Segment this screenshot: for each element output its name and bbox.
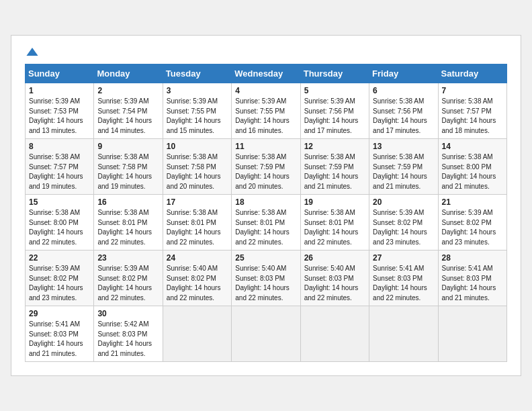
day-cell: 17 Sunrise: 5:38 AMSunset: 8:01 PMDaylig… bbox=[163, 195, 231, 250]
day-cell: 21 Sunrise: 5:39 AMSunset: 8:02 PMDaylig… bbox=[438, 195, 506, 250]
day-number: 20 bbox=[373, 197, 434, 207]
cell-info: Sunrise: 5:38 AMSunset: 8:01 PMDaylight:… bbox=[235, 208, 296, 247]
day-number: 11 bbox=[235, 142, 296, 151]
header bbox=[25, 46, 507, 56]
cell-info: Sunrise: 5:40 AMSunset: 8:02 PMDaylight:… bbox=[167, 264, 228, 303]
day-number: 15 bbox=[29, 197, 90, 207]
day-cell: 9 Sunrise: 5:38 AMSunset: 7:58 PMDayligh… bbox=[94, 139, 163, 195]
day-header-friday: Friday bbox=[369, 64, 438, 83]
week-row-4: 22 Sunrise: 5:39 AMSunset: 8:02 PMDaylig… bbox=[26, 250, 507, 306]
day-number: 17 bbox=[167, 197, 228, 207]
day-cell: 18 Sunrise: 5:38 AMSunset: 8:01 PMDaylig… bbox=[232, 195, 300, 250]
day-cell: 14 Sunrise: 5:38 AMSunset: 8:00 PMDaylig… bbox=[438, 139, 506, 195]
day-cell: 3 Sunrise: 5:39 AMSunset: 7:55 PMDayligh… bbox=[163, 83, 231, 139]
day-number: 10 bbox=[167, 142, 228, 151]
day-header-tuesday: Tuesday bbox=[163, 64, 231, 83]
cell-info: Sunrise: 5:38 AMSunset: 8:01 PMDaylight:… bbox=[97, 208, 159, 247]
cell-info: Sunrise: 5:38 AMSunset: 7:59 PMDaylight:… bbox=[373, 152, 434, 191]
day-number: 2 bbox=[97, 86, 159, 95]
week-row-3: 15 Sunrise: 5:38 AMSunset: 8:00 PMDaylig… bbox=[26, 195, 507, 250]
day-number: 6 bbox=[373, 86, 434, 95]
day-cell: 27 Sunrise: 5:41 AMSunset: 8:03 PMDaylig… bbox=[369, 250, 438, 306]
day-number: 24 bbox=[167, 253, 228, 263]
day-cell: 15 Sunrise: 5:38 AMSunset: 8:00 PMDaylig… bbox=[26, 195, 94, 250]
day-number: 19 bbox=[304, 197, 365, 207]
day-cell bbox=[438, 306, 506, 362]
day-header-sunday: Sunday bbox=[26, 64, 94, 83]
cell-info: Sunrise: 5:40 AMSunset: 8:03 PMDaylight:… bbox=[304, 264, 365, 303]
day-number: 30 bbox=[97, 309, 159, 318]
cell-info: Sunrise: 5:38 AMSunset: 7:57 PMDaylight:… bbox=[29, 152, 90, 191]
day-number: 1 bbox=[29, 86, 90, 95]
day-number: 5 bbox=[304, 86, 365, 95]
day-cell: 2 Sunrise: 5:39 AMSunset: 7:54 PMDayligh… bbox=[94, 83, 163, 139]
cell-info: Sunrise: 5:39 AMSunset: 8:02 PMDaylight:… bbox=[442, 208, 503, 247]
day-number: 22 bbox=[29, 253, 90, 263]
day-cell: 10 Sunrise: 5:38 AMSunset: 7:58 PMDaylig… bbox=[163, 139, 231, 195]
day-number: 12 bbox=[304, 142, 365, 151]
day-header-wednesday: Wednesday bbox=[232, 64, 300, 83]
day-header-monday: Monday bbox=[94, 64, 163, 83]
cell-info: Sunrise: 5:38 AMSunset: 7:59 PMDaylight:… bbox=[304, 152, 365, 191]
cell-info: Sunrise: 5:41 AMSunset: 8:03 PMDaylight:… bbox=[29, 320, 90, 359]
day-number: 18 bbox=[235, 197, 296, 207]
day-number: 25 bbox=[235, 253, 296, 263]
cell-info: Sunrise: 5:38 AMSunset: 7:56 PMDaylight:… bbox=[373, 97, 434, 136]
day-number: 23 bbox=[97, 253, 159, 263]
cell-info: Sunrise: 5:39 AMSunset: 7:55 PMDaylight:… bbox=[235, 97, 296, 136]
day-cell: 20 Sunrise: 5:39 AMSunset: 8:02 PMDaylig… bbox=[369, 195, 438, 250]
day-header-row: SundayMondayTuesdayWednesdayThursdayFrid… bbox=[26, 64, 507, 83]
svg-marker-0 bbox=[26, 48, 38, 56]
logo bbox=[25, 46, 38, 56]
day-cell: 26 Sunrise: 5:40 AMSunset: 8:03 PMDaylig… bbox=[300, 250, 369, 306]
day-cell: 11 Sunrise: 5:38 AMSunset: 7:59 PMDaylig… bbox=[232, 139, 300, 195]
day-number: 28 bbox=[442, 253, 503, 263]
calendar-wrapper: SundayMondayTuesdayWednesdayThursdayFrid… bbox=[11, 35, 521, 376]
cell-info: Sunrise: 5:38 AMSunset: 8:00 PMDaylight:… bbox=[29, 208, 90, 247]
cell-info: Sunrise: 5:38 AMSunset: 7:58 PMDaylight:… bbox=[97, 152, 159, 191]
day-cell bbox=[232, 306, 300, 362]
day-cell: 24 Sunrise: 5:40 AMSunset: 8:02 PMDaylig… bbox=[163, 250, 231, 306]
day-number: 4 bbox=[235, 86, 296, 95]
day-cell: 7 Sunrise: 5:38 AMSunset: 7:57 PMDayligh… bbox=[438, 83, 506, 139]
cell-info: Sunrise: 5:38 AMSunset: 7:57 PMDaylight:… bbox=[442, 97, 503, 136]
week-row-1: 1 Sunrise: 5:39 AMSunset: 7:53 PMDayligh… bbox=[26, 83, 507, 139]
day-number: 16 bbox=[97, 197, 159, 207]
day-cell: 28 Sunrise: 5:41 AMSunset: 8:03 PMDaylig… bbox=[438, 250, 506, 306]
day-cell: 8 Sunrise: 5:38 AMSunset: 7:57 PMDayligh… bbox=[26, 139, 94, 195]
cell-info: Sunrise: 5:42 AMSunset: 8:03 PMDaylight:… bbox=[97, 320, 159, 359]
day-header-thursday: Thursday bbox=[300, 64, 369, 83]
day-number: 3 bbox=[167, 86, 228, 95]
day-cell bbox=[163, 306, 231, 362]
cell-info: Sunrise: 5:41 AMSunset: 8:03 PMDaylight:… bbox=[373, 264, 434, 303]
cell-info: Sunrise: 5:39 AMSunset: 8:02 PMDaylight:… bbox=[29, 264, 90, 303]
day-cell: 16 Sunrise: 5:38 AMSunset: 8:01 PMDaylig… bbox=[94, 195, 163, 250]
day-cell: 5 Sunrise: 5:39 AMSunset: 7:56 PMDayligh… bbox=[300, 83, 369, 139]
day-cell: 22 Sunrise: 5:39 AMSunset: 8:02 PMDaylig… bbox=[26, 250, 94, 306]
day-number: 14 bbox=[442, 142, 503, 151]
cell-info: Sunrise: 5:38 AMSunset: 7:59 PMDaylight:… bbox=[235, 152, 296, 191]
week-row-5: 29 Sunrise: 5:41 AMSunset: 8:03 PMDaylig… bbox=[26, 306, 507, 362]
cell-info: Sunrise: 5:40 AMSunset: 8:03 PMDaylight:… bbox=[235, 264, 296, 303]
cell-info: Sunrise: 5:39 AMSunset: 7:53 PMDaylight:… bbox=[29, 97, 90, 136]
day-cell bbox=[369, 306, 438, 362]
cell-info: Sunrise: 5:39 AMSunset: 8:02 PMDaylight:… bbox=[373, 208, 434, 247]
logo-triangle-icon bbox=[26, 48, 38, 56]
day-number: 7 bbox=[442, 86, 503, 95]
day-number: 9 bbox=[97, 142, 159, 151]
calendar-table: SundayMondayTuesdayWednesdayThursdayFrid… bbox=[25, 64, 507, 362]
day-cell bbox=[300, 306, 369, 362]
cell-info: Sunrise: 5:39 AMSunset: 7:56 PMDaylight:… bbox=[304, 97, 365, 136]
day-number: 21 bbox=[442, 197, 503, 207]
day-cell: 19 Sunrise: 5:38 AMSunset: 8:01 PMDaylig… bbox=[300, 195, 369, 250]
day-cell: 13 Sunrise: 5:38 AMSunset: 7:59 PMDaylig… bbox=[369, 139, 438, 195]
cell-info: Sunrise: 5:41 AMSunset: 8:03 PMDaylight:… bbox=[442, 264, 503, 303]
week-row-2: 8 Sunrise: 5:38 AMSunset: 7:57 PMDayligh… bbox=[26, 139, 507, 195]
day-cell: 29 Sunrise: 5:41 AMSunset: 8:03 PMDaylig… bbox=[26, 306, 94, 362]
day-cell: 12 Sunrise: 5:38 AMSunset: 7:59 PMDaylig… bbox=[300, 139, 369, 195]
day-cell: 23 Sunrise: 5:39 AMSunset: 8:02 PMDaylig… bbox=[94, 250, 163, 306]
day-cell: 4 Sunrise: 5:39 AMSunset: 7:55 PMDayligh… bbox=[232, 83, 300, 139]
day-number: 27 bbox=[373, 253, 434, 263]
day-header-saturday: Saturday bbox=[438, 64, 506, 83]
cell-info: Sunrise: 5:38 AMSunset: 8:00 PMDaylight:… bbox=[442, 152, 503, 191]
